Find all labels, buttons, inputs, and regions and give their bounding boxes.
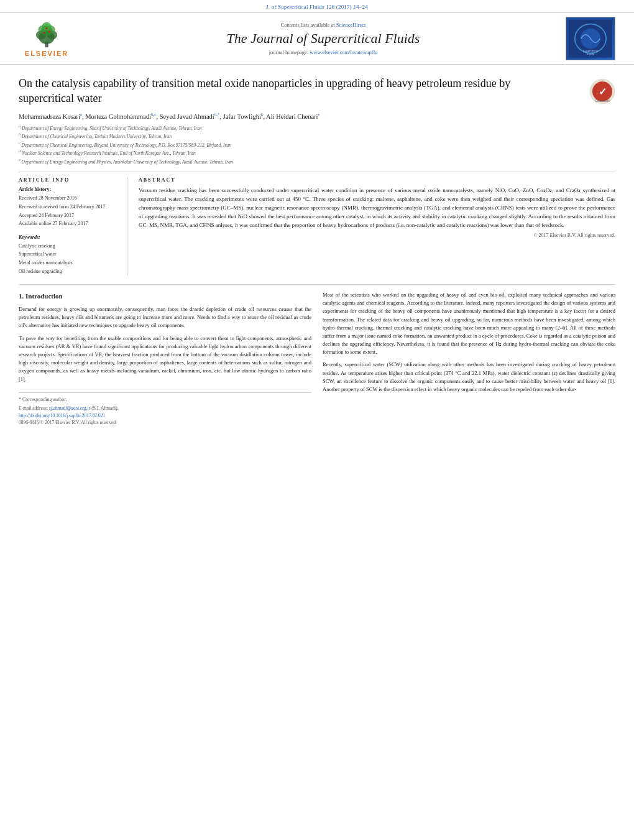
abstract-header: ABSTRACT (139, 177, 615, 183)
svg-point-9 (48, 30, 51, 33)
journal-header: ELSEVIER Contents lists available at Sci… (0, 12, 634, 65)
keyword-1: Catalytic cracking (19, 242, 119, 251)
svg-point-10 (45, 27, 48, 29)
elsevier-label: ELSEVIER (25, 50, 68, 57)
accepted-date: Accepted 24 February 2017 (19, 211, 119, 220)
doi-link[interactable]: http://dx.doi.org/10.1016/j.supflu.2017.… (19, 413, 105, 418)
issn-line: 0896-8446/© 2017 Elsevier B.V. All right… (19, 419, 311, 427)
keyword-2: Supercritical water (19, 250, 119, 259)
svg-text:✓: ✓ (599, 86, 607, 97)
email-person: (S.J. Ahmadi). (91, 405, 118, 411)
doi-line: http://dx.doi.org/10.1016/j.supflu.2017.… (19, 412, 311, 420)
article-info-col: ARTICLE INFO Article history: Received 2… (19, 177, 127, 275)
svg-text:CrossMark: CrossMark (595, 99, 610, 103)
journal-reference: J. of Supercritical Fluids 126 (2017) 14… (266, 4, 368, 10)
copyright-line: © 2017 Elsevier B.V. All rights reserved… (139, 233, 615, 238)
keywords-list: Catalytic cracking Supercritical water M… (19, 242, 119, 275)
corresponding-label: * Corresponding author. (19, 396, 311, 404)
page: J. of Supercritical Fluids 126 (2017) 14… (0, 0, 634, 840)
article-title: On the catalysis capability of transitio… (19, 76, 541, 106)
affiliations: a Department of Energy Engineering, Shar… (19, 124, 615, 166)
intro-para-2: To pave the way for benefiting from the … (19, 335, 311, 384)
main-section: 1. Introduction Demand for energy is gro… (19, 284, 615, 427)
intro-para-4: Recently, supercritical water (SCW) util… (323, 361, 615, 394)
history-entries: Received 28 November 2016 Received in re… (19, 194, 119, 228)
sciencedirect-link[interactable]: ScienceDirect (336, 22, 366, 28)
footnote-area: * Corresponding author. E-mail address: … (19, 392, 311, 427)
homepage-link[interactable]: www.elsevier.com/locate/supflu (310, 49, 377, 55)
intro-para-1: Demand for energy is growing up enormous… (19, 305, 311, 330)
svg-text:Fluids: Fluids (587, 53, 595, 56)
info-abstract-section: ARTICLE INFO Article history: Received 2… (19, 172, 615, 275)
supercritical-fluids-logo-icon: Supercritical Fluids (569, 17, 612, 60)
revised-date: Received in revised form 24 February 201… (19, 203, 119, 211)
email-label: E-mail address: (19, 405, 48, 411)
journal-title-section: Contents lists available at ScienceDirec… (81, 22, 566, 55)
affiliation-b: b Department of Chemical Engineering, Ta… (19, 132, 615, 141)
right-text-col: Most of the scientists who worked on the… (323, 291, 615, 427)
crossmark-logo[interactable]: ✓ CrossMark (589, 78, 615, 104)
left-text-col: 1. Introduction Demand for energy is gro… (19, 291, 311, 427)
svg-point-8 (43, 32, 45, 34)
article-body: On the catalysis capability of transitio… (0, 76, 634, 427)
affiliation-e: e Department of Energy Engineering and P… (19, 157, 615, 166)
elsevier-tree-icon (28, 21, 65, 48)
affiliation-a: a Department of Energy Engineering, Shar… (19, 124, 615, 132)
article-title-section: On the catalysis capability of transitio… (19, 76, 615, 106)
journal-logo: Supercritical Fluids (566, 17, 615, 60)
history-label: Article history: (19, 187, 119, 192)
available-date: Available online 27 February 2017 (19, 219, 119, 228)
email-line: E-mail address: sj.ahmadi@aeoi.org.ir (S… (19, 405, 311, 412)
two-col-text: 1. Introduction Demand for energy is gro… (19, 291, 615, 427)
crossmark-icon: ✓ CrossMark (589, 78, 615, 104)
affiliation-c: c Department of Chemical Engineering, Bi… (19, 141, 615, 149)
article-info-header: ARTICLE INFO (19, 177, 119, 183)
svg-text:Supercritical: Supercritical (583, 50, 599, 53)
affiliation-d: d Nuclear Science and Technology Researc… (19, 149, 615, 157)
authors-line: Mohammadreza Kosaria, Morteza Golmohamma… (19, 111, 615, 121)
keywords-section: Keywords: Catalytic cracking Supercritic… (19, 234, 119, 275)
keywords-label: Keywords: (19, 234, 119, 240)
article-history: Article history: Received 28 November 20… (19, 187, 119, 228)
keyword-3: Metal oxides nanocatalysts (19, 259, 119, 267)
section1-heading: 1. Introduction (19, 291, 311, 302)
intro-para-3: Most of the scientists who worked on the… (323, 291, 615, 356)
received-date: Received 28 November 2016 (19, 194, 119, 203)
abstract-col: ABSTRACT Vacuum residue cracking has bee… (139, 177, 615, 275)
homepage-line: journal homepage: www.elsevier.com/locat… (81, 49, 566, 55)
journal-reference-bar: J. of Supercritical Fluids 126 (2017) 14… (0, 0, 634, 11)
keyword-4: Oil residue upgrading (19, 267, 119, 276)
email-address[interactable]: sj.ahmadi@aeoi.org.ir (49, 405, 91, 411)
journal-name: The Journal of Supercritical Fluids (81, 30, 566, 47)
elsevier-logo: ELSEVIER (12, 21, 81, 57)
abstract-text: Vacuum residue cracking has been success… (139, 187, 615, 230)
contents-label: Contents lists available at ScienceDirec… (81, 22, 566, 28)
